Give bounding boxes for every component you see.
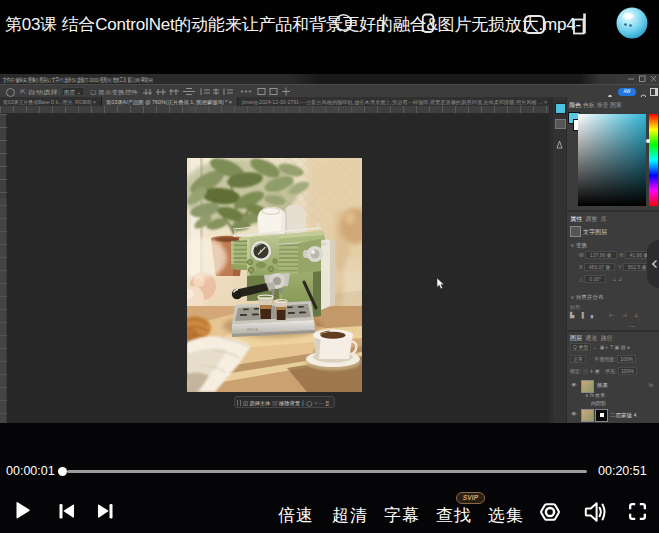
svg-text:jimeng-2024-12-30-2791-一台复古风格的: jimeng-2024-12-30-2791-一台复古风格的咖啡机,放在木质桌面…: [241, 99, 547, 106]
svg-text:图层 ⌄: 图层 ⌄: [64, 89, 81, 96]
svg-text:⇱ 自动选择:: ⇱ 自动选择:: [20, 89, 61, 96]
svg-text:文件(F) 编辑(E) 图像(I) 图层(L) 文字(Y): 文件(F) 编辑(E) 图像(I) 图层(L) 文字(Y) 选择(S) 滤镜(T…: [3, 76, 153, 84]
svg-text:第03课正片叠底Base D b...照片, RGB/8): 第03课正片叠底Base D b...照片, RGB/8) ×: [3, 99, 96, 106]
svg-text:◫ 选择主体 ▨ 移除背景 │ ◯ ◔ ⋯ ⣿: ◫ 选择主体 ▨ 移除背景 │ ◯ ◔ ⋯ ⣿: [243, 400, 329, 407]
svg-text:第03课AI产品图 @ 760%(正片叠底 1, 图层蒙版/: 第03课AI产品图 @ 760%(正片叠底 1, 图层蒙版/8) * ×: [106, 99, 232, 106]
svg-text:▢ 显示变换控件: ▢ 显示变换控件: [90, 89, 139, 96]
